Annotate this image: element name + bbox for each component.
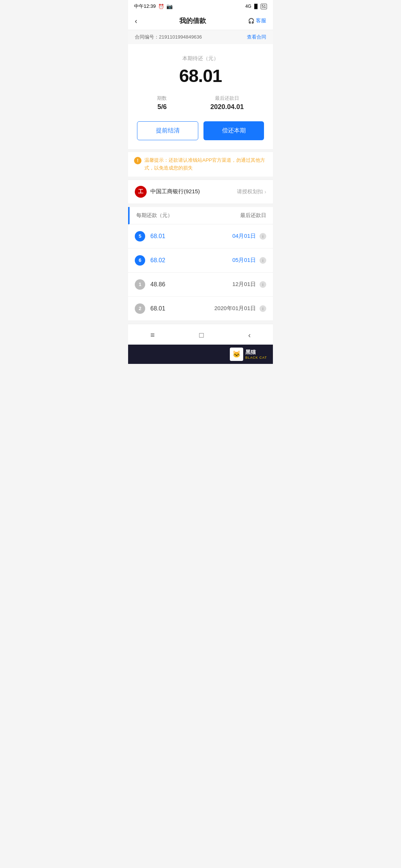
main-card: 本期待还（元） 68.01 期数 5/6 最后还款日 2020.04.01 提前… [128,44,273,149]
headset-icon: 🎧 [248,18,254,24]
early-settlement-button[interactable]: 提前结清 [137,121,198,140]
bank-name: 中国工商银行(9215) [150,188,200,195]
info-row: 期数 5/6 最后还款日 2020.04.01 [136,95,265,111]
service-button[interactable]: 🎧 客服 [248,17,266,24]
back-nav-button[interactable]: ‹ [241,329,258,341]
row-date-5: 04月01日 [232,233,256,240]
row-date-1: 12月01日 [232,281,256,288]
contract-bar: 合同编号：2191101994849636 查看合同 [128,30,273,44]
time-label: 中午12:39 [134,3,156,10]
bottom-nav: ≡ □ ‹ [128,324,273,345]
notice-text: 温馨提示：还款请认准钱站APP官方渠道，勿通过其他方式，以免造成您的损失 [144,157,267,172]
blackcat-logo: 🐱 黑猫 BLACK CAT [230,348,267,361]
pay-current-button[interactable]: 偿还本期 [203,121,264,140]
wifi-signal-icon: ▐▌ [253,4,259,9]
home-button[interactable]: □ [192,329,211,341]
status-right: 4G ▐▌ 51 [245,4,267,9]
period-badge-5: 5 [135,231,145,241]
menu-button[interactable]: ≡ [143,329,162,341]
info-button-2[interactable]: i [260,305,266,312]
amount-label: 本期待还（元） [136,55,265,62]
table-row: 5 68.01 04月01日 i [128,224,273,249]
signal-icon: 4G [245,4,251,9]
blackcat-icon: 🐱 [230,348,243,361]
status-left: 中午12:39 ⏰ 📷 [134,3,173,10]
blackcat-text: 黑猫 BLACK CAT [245,349,267,359]
repayment-col1: 每期还款（元） [136,212,173,219]
due-date-value: 2020.04.01 [210,103,244,111]
repayment-col2: 最后还款日 [240,212,266,219]
notification-icon: 📷 [166,3,173,9]
battery-icon: 51 [261,4,267,9]
blackcat-main-label: 黑猫 [245,349,256,356]
bank-auth-action[interactable]: 请授权划扣 › [237,188,266,195]
table-row: 6 68.02 05月01日 i [128,249,273,273]
due-date-label: 最后还款日 [215,95,239,102]
row-amount-2: 68.01 [150,305,214,312]
row-date-6: 05月01日 [232,257,256,264]
blackcat-bar: 🐱 黑猫 BLACK CAT [128,345,273,364]
notice-bar: ! 温馨提示：还款请认准钱站APP官方渠道，勿通过其他方式，以免造成您的损失 [128,152,273,177]
bank-icon: 工 [135,186,147,198]
repayment-header: 每期还款（元） 最后还款日 [128,207,273,224]
row-date-2: 2020年01月01日 [214,305,256,312]
action-buttons: 提前结清 偿还本期 [136,121,265,140]
amount-value: 68.01 [136,66,265,86]
row-amount-1: 48.86 [150,281,232,288]
row-amount-6: 68.02 [150,257,232,264]
table-row: 2 68.01 2020年01月01日 i [128,297,273,321]
status-bar: 中午12:39 ⏰ 📷 4G ▐▌ 51 [128,0,273,12]
alarm-icon: ⏰ [158,4,164,9]
row-amount-5: 68.01 [150,233,232,240]
service-label: 客服 [256,17,266,24]
repayment-section: 每期还款（元） 最后还款日 5 68.01 04月01日 i 6 68.02 0… [128,207,273,321]
header: ‹ 我的借款 🎧 客服 [128,12,273,30]
due-date-item: 最后还款日 2020.04.01 [210,95,244,111]
info-button-6[interactable]: i [260,257,266,264]
period-badge-1: 1 [135,279,145,290]
back-button[interactable]: ‹ [135,17,137,25]
warning-icon: ! [134,157,141,164]
contract-number: 合同编号：2191101994849636 [135,34,202,40]
period-badge-2: 2 [135,303,145,314]
period-item: 期数 5/6 [157,95,167,111]
info-button-5[interactable]: i [260,233,266,240]
bank-action-label: 请授权划扣 [237,188,263,195]
bank-info: 工 中国工商银行(9215) [135,186,200,198]
bank-row[interactable]: 工 中国工商银行(9215) 请授权划扣 › [128,180,273,204]
period-label: 期数 [157,95,167,102]
period-badge-6: 6 [135,255,145,266]
view-contract-link[interactable]: 查看合同 [247,34,266,40]
info-button-1[interactable]: i [260,281,266,288]
table-row: 1 48.86 12月01日 i [128,273,273,297]
blackcat-sub-label: BLACK CAT [245,356,267,359]
chevron-right-icon: › [264,189,266,195]
page-title: 我的借款 [179,16,206,25]
period-value: 5/6 [157,103,167,111]
